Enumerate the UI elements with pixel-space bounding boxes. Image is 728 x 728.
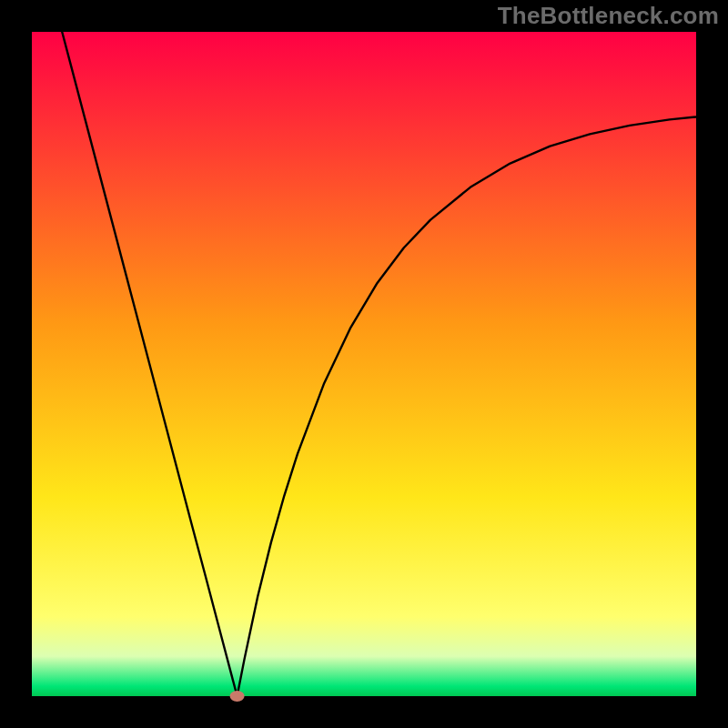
- optimal-point-marker: [230, 691, 245, 702]
- bottleneck-chart: [0, 0, 728, 728]
- plot-area: [32, 32, 696, 696]
- chart-container: TheBottleneck.com: [0, 0, 728, 728]
- watermark-text: TheBottleneck.com: [498, 2, 719, 30]
